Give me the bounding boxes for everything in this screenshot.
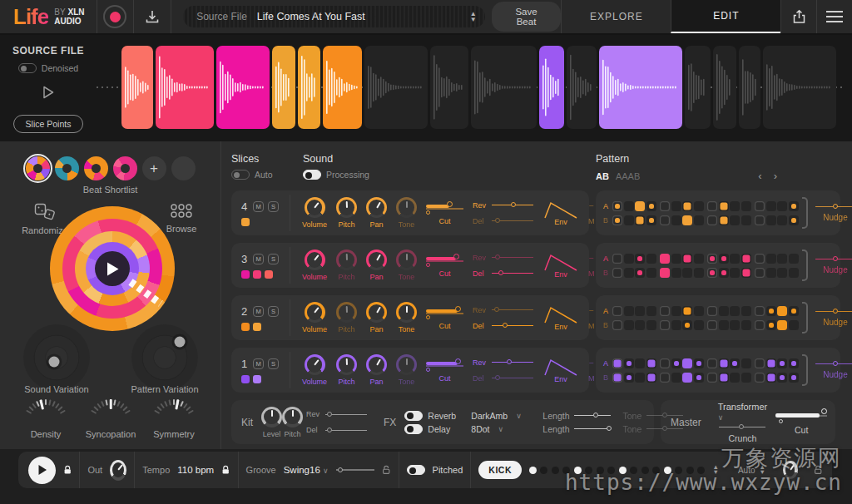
- solo-button[interactable]: S: [268, 306, 279, 317]
- step-8[interactable]: [694, 201, 704, 211]
- step-2[interactable]: [624, 373, 634, 383]
- groove-lock-icon[interactable]: [382, 464, 390, 476]
- waveform-slice-active[interactable]: [121, 46, 153, 129]
- step-9[interactable]: [707, 254, 717, 264]
- step-14[interactable]: [766, 254, 776, 264]
- step-6[interactable]: [671, 215, 681, 225]
- step-11[interactable]: [730, 306, 740, 316]
- step-3[interactable]: [635, 254, 645, 264]
- beat-wheel[interactable]: [50, 206, 175, 331]
- step-9[interactable]: [707, 373, 717, 383]
- denoised-toggle[interactable]: [18, 63, 37, 73]
- step-4[interactable]: [646, 320, 656, 330]
- waveform-slice-active[interactable]: [539, 46, 564, 129]
- step-9[interactable]: [707, 320, 717, 330]
- step-10[interactable]: [719, 201, 729, 211]
- step-3[interactable]: [635, 268, 645, 278]
- step-16[interactable]: [789, 373, 799, 383]
- waveform-slice-inactive[interactable]: [685, 46, 711, 129]
- mute-button[interactable]: M: [253, 254, 264, 264]
- row-mute-indicator[interactable]: M: [588, 217, 595, 225]
- step-7[interactable]: [682, 215, 692, 225]
- step-13[interactable]: [755, 268, 765, 278]
- nudge-control[interactable]: Nudge: [812, 204, 852, 222]
- env-control[interactable]: Env: [542, 358, 579, 383]
- step-15[interactable]: [777, 306, 787, 316]
- step-11[interactable]: [730, 373, 740, 383]
- waveform-slice-active[interactable]: [156, 46, 214, 129]
- mute-button[interactable]: M: [253, 358, 264, 369]
- step-4[interactable]: [646, 373, 656, 383]
- pan-knob[interactable]: Pan: [366, 197, 387, 229]
- del-send-slider[interactable]: Del: [473, 374, 533, 383]
- wheel-play-icon[interactable]: [106, 261, 120, 277]
- step-12[interactable]: [741, 306, 751, 316]
- step-6[interactable]: [671, 358, 681, 368]
- kick-dot-7[interactable]: [597, 467, 604, 474]
- step-5[interactable]: [660, 215, 670, 225]
- solo-button[interactable]: S: [268, 358, 279, 369]
- step-14[interactable]: [766, 201, 776, 211]
- del-send-slider[interactable]: Del: [473, 217, 533, 225]
- step-4[interactable]: [646, 268, 656, 278]
- step-12[interactable]: [741, 373, 751, 383]
- slice-color-swatch[interactable]: [253, 323, 261, 331]
- kick-dot-2[interactable]: [540, 467, 547, 474]
- step-6[interactable]: [671, 373, 681, 383]
- pitch-knob[interactable]: Pitch: [336, 354, 357, 386]
- tone-knob[interactable]: Tone: [396, 354, 417, 386]
- step-7[interactable]: [682, 201, 692, 211]
- step-7[interactable]: [682, 320, 692, 330]
- step-1[interactable]: [612, 373, 622, 383]
- step-9[interactable]: [707, 215, 717, 225]
- right-lock-icon[interactable]: [814, 464, 822, 476]
- step-15[interactable]: [777, 201, 787, 211]
- lock-icon[interactable]: [63, 464, 72, 476]
- step-5[interactable]: [660, 320, 670, 330]
- kick-dot-8[interactable]: [607, 467, 615, 474]
- kit-level-knob[interactable]: Level: [261, 407, 282, 438]
- nudge-control[interactable]: Nudge: [812, 309, 852, 327]
- step-14[interactable]: [766, 320, 776, 330]
- step-5[interactable]: [660, 358, 670, 368]
- step-3[interactable]: [635, 215, 645, 225]
- step-4[interactable]: [646, 215, 656, 225]
- step-15[interactable]: [777, 373, 787, 383]
- kick-dot-9[interactable]: [619, 467, 627, 474]
- waveform-strip[interactable]: [97, 45, 842, 130]
- step-1[interactable]: [612, 201, 622, 211]
- step-2[interactable]: [624, 358, 634, 368]
- kick-dot-5[interactable]: [574, 467, 582, 474]
- step-4[interactable]: [646, 201, 656, 211]
- shortlist-beat-2[interactable]: [55, 156, 79, 180]
- step-9[interactable]: [707, 358, 717, 368]
- step-12[interactable]: [741, 215, 751, 225]
- step-16[interactable]: [789, 268, 799, 278]
- step-12[interactable]: [741, 201, 751, 211]
- step-1[interactable]: [612, 215, 622, 225]
- step-3[interactable]: [635, 306, 645, 316]
- step-10[interactable]: [719, 268, 729, 278]
- step-11[interactable]: [730, 268, 740, 278]
- kick-dot-4[interactable]: [562, 467, 570, 474]
- waveform-slice-inactive[interactable]: [364, 46, 428, 129]
- step-13[interactable]: [755, 254, 765, 264]
- step-12[interactable]: [741, 358, 751, 368]
- step-4[interactable]: [646, 306, 656, 316]
- cut-slider[interactable]: Cut: [426, 358, 463, 383]
- step-10[interactable]: [719, 254, 729, 264]
- step-14[interactable]: [766, 373, 776, 383]
- step-5[interactable]: [660, 306, 670, 316]
- volume-knob[interactable]: Volume: [302, 197, 327, 229]
- slice-color-swatch[interactable]: [253, 270, 261, 279]
- share-button[interactable]: [780, 0, 816, 33]
- processing-toggle[interactable]: [303, 170, 321, 180]
- out-knob[interactable]: [110, 460, 126, 481]
- slice-color-swatch[interactable]: [241, 218, 250, 226]
- rev-send-slider[interactable]: Rev: [473, 254, 533, 262]
- kick-dot-6[interactable]: [585, 467, 592, 474]
- tone-knob[interactable]: Tone: [396, 302, 417, 334]
- step-13[interactable]: [755, 358, 765, 368]
- sound-variation-pad[interactable]: [23, 324, 90, 391]
- step-1[interactable]: [612, 358, 622, 368]
